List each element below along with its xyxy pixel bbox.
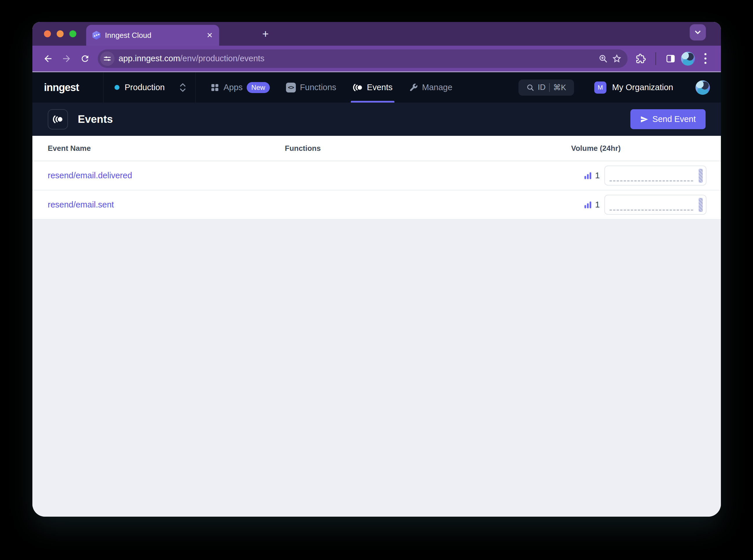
environment-label: Production bbox=[124, 83, 165, 92]
volume-count: 1 bbox=[595, 171, 600, 180]
sparkline-baseline bbox=[610, 209, 693, 211]
events-icon bbox=[52, 115, 63, 124]
kebab-menu-icon bbox=[704, 53, 707, 64]
event-name-link[interactable]: resend/email.delivered bbox=[32, 171, 285, 180]
nav-item-manage[interactable]: Manage bbox=[409, 72, 452, 103]
extensions-puzzle-icon bbox=[636, 54, 646, 64]
events-icon bbox=[352, 83, 363, 92]
chevron-up-down-icon bbox=[179, 82, 187, 93]
volume-bars-icon bbox=[583, 171, 592, 180]
new-tab-button[interactable]: + bbox=[262, 29, 269, 39]
nav-label-events: Events bbox=[367, 83, 393, 92]
new-badge: New bbox=[247, 82, 270, 93]
column-header-event-name: Event Name bbox=[32, 144, 285, 153]
address-bar[interactable]: app.inngest.com/env/production/events bbox=[98, 49, 628, 68]
volume-cell: 1 bbox=[571, 195, 721, 215]
minimize-window-button[interactable] bbox=[57, 31, 64, 37]
apps-grid-icon bbox=[210, 83, 219, 92]
volume-sparkline-chart[interactable] bbox=[604, 165, 707, 185]
send-event-button[interactable]: Send Event bbox=[631, 109, 706, 129]
volume-bars-icon bbox=[583, 201, 592, 209]
sparkline-baseline bbox=[610, 180, 693, 181]
window-controls bbox=[44, 31, 76, 37]
active-tab-indicator bbox=[351, 101, 394, 103]
nav-label-functions: Functions bbox=[300, 83, 336, 92]
app-navbar: inngest Production bbox=[32, 72, 721, 103]
url-path: /env/production/events bbox=[180, 54, 265, 63]
organization-badge: M bbox=[594, 81, 606, 94]
inngest-logo: inngest bbox=[44, 81, 79, 94]
functions-code-icon: <> bbox=[286, 83, 296, 93]
forward-button[interactable] bbox=[58, 51, 75, 67]
event-name-link[interactable]: resend/email.sent bbox=[32, 200, 285, 209]
desktop-background: Inngest Cloud ✕ + bbox=[0, 0, 753, 560]
side-panel-button[interactable] bbox=[662, 51, 679, 67]
extensions-button[interactable] bbox=[633, 51, 649, 67]
sparkline-bar bbox=[699, 169, 703, 183]
url-text[interactable]: app.inngest.com/env/production/events bbox=[119, 54, 595, 63]
zoom-icon[interactable] bbox=[599, 54, 608, 63]
column-header-functions: Functions bbox=[285, 144, 571, 153]
volume-sparkline-chart[interactable] bbox=[604, 195, 707, 215]
table-row[interactable]: resend/email.delivered 1 bbox=[32, 161, 721, 191]
primary-nav: Apps New <> Functions Events bbox=[196, 72, 452, 103]
reload-button[interactable] bbox=[77, 51, 93, 67]
environment-switcher[interactable]: Production bbox=[103, 72, 195, 103]
column-header-volume: Volume (24hr) bbox=[571, 144, 721, 153]
tab-strip: Inngest Cloud ✕ + bbox=[32, 22, 721, 46]
url-domain: app.inngest.com bbox=[119, 54, 180, 63]
nav-label-apps: Apps bbox=[224, 83, 243, 92]
navbar-right: ID ⌘K M My Organization bbox=[519, 72, 721, 103]
browser-window: Inngest Cloud ✕ + bbox=[32, 22, 721, 517]
tab-search-button[interactable] bbox=[690, 24, 706, 40]
nav-item-apps[interactable]: Apps New bbox=[210, 72, 270, 103]
user-menu[interactable] bbox=[684, 80, 721, 95]
tab-title: Inngest Cloud bbox=[105, 31, 202, 40]
inngest-favicon bbox=[93, 31, 100, 40]
send-event-label: Send Event bbox=[652, 115, 696, 124]
browser-toolbar: app.inngest.com/env/production/events bbox=[32, 46, 721, 72]
volume-count: 1 bbox=[595, 200, 600, 209]
table-header-row: Event Name Functions Volume (24hr) bbox=[32, 136, 721, 161]
browser-menu-button[interactable] bbox=[697, 51, 713, 67]
organization-name: My Organization bbox=[612, 83, 673, 92]
toolbar-divider bbox=[655, 52, 656, 65]
user-avatar bbox=[695, 80, 710, 95]
organization-menu[interactable]: M My Organization bbox=[583, 81, 684, 94]
chevron-down-icon bbox=[693, 28, 702, 37]
browser-tab-inngest-cloud[interactable]: Inngest Cloud ✕ bbox=[86, 25, 219, 46]
nav-item-events[interactable]: Events bbox=[352, 72, 393, 103]
page-header: Events Send Event bbox=[32, 103, 721, 136]
sparkline-bar bbox=[699, 198, 703, 212]
search-icon bbox=[526, 83, 534, 92]
inngest-logo-section[interactable]: inngest bbox=[32, 72, 103, 103]
search-button[interactable]: ID ⌘K bbox=[519, 79, 574, 96]
page-title: Events bbox=[78, 113, 113, 125]
events-table: Event Name Functions Volume (24hr) resen… bbox=[32, 136, 721, 517]
back-button[interactable] bbox=[40, 51, 56, 67]
tune-icon bbox=[103, 55, 111, 63]
search-shortcut: ⌘K bbox=[553, 83, 566, 92]
search-label: ID bbox=[538, 83, 546, 92]
nav-label-manage: Manage bbox=[422, 83, 452, 92]
forward-icon bbox=[61, 54, 72, 64]
production-status-dot bbox=[115, 85, 119, 90]
site-settings-button[interactable] bbox=[100, 52, 115, 66]
back-icon bbox=[43, 54, 53, 64]
nav-item-functions[interactable]: <> Functions bbox=[286, 72, 336, 103]
tab-close-icon[interactable]: ✕ bbox=[207, 32, 213, 39]
volume-cell: 1 bbox=[571, 165, 721, 185]
close-window-button[interactable] bbox=[44, 31, 51, 37]
search-divider bbox=[549, 83, 550, 92]
table-row[interactable]: resend/email.sent 1 bbox=[32, 191, 721, 220]
reload-icon bbox=[80, 54, 90, 64]
events-page-icon-box bbox=[48, 109, 68, 129]
maximize-window-button[interactable] bbox=[70, 31, 76, 37]
send-icon bbox=[640, 115, 648, 123]
manage-wrench-icon bbox=[409, 83, 418, 92]
browser-profile-avatar[interactable] bbox=[681, 52, 695, 66]
bookmark-star-icon[interactable] bbox=[612, 54, 622, 64]
side-panel-icon bbox=[666, 54, 676, 64]
empty-area bbox=[32, 220, 721, 517]
